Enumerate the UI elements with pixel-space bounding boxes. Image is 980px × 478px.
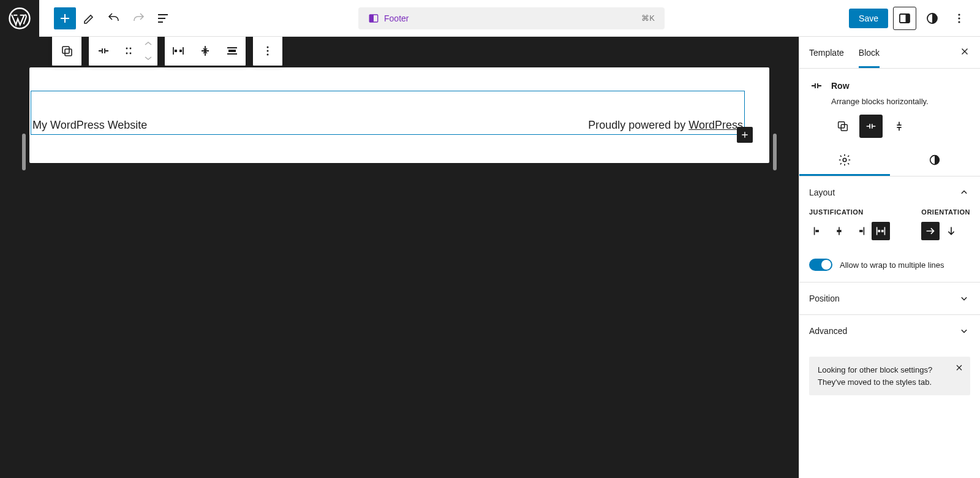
row-block[interactable]: My WordPress Website Proudly powered by … [31,91,745,135]
panel-position-header[interactable]: Position [799,283,980,314]
sidebar-icon [897,11,912,26]
powered-by-text[interactable]: Proudly powered by WordPress [588,119,743,132]
settings-sidebar-toggle[interactable] [893,7,916,30]
panel-advanced-header[interactable]: Advanced [799,315,980,347]
inspector-tab-settings[interactable] [799,145,890,176]
row-icon [809,78,824,93]
styles-button[interactable] [921,7,943,29]
tab-template[interactable]: Template [809,37,844,68]
document-overview-button[interactable] [152,7,174,29]
svg-rect-27 [859,230,863,232]
svg-point-18 [267,47,269,48]
justify-space-between-button[interactable] [872,222,890,240]
close-sidebar-button[interactable] [959,46,970,59]
resize-handle-left[interactable] [22,134,26,170]
svg-rect-17 [228,50,236,52]
settings-sidebar: Template Block Row Arrange blocks horizo… [799,37,980,478]
app-root: Footer ⌘K Save [0,0,980,478]
variation-group-button[interactable] [831,115,854,138]
vertical-align-button[interactable] [192,37,219,66]
row-icon [864,120,878,133]
block-toolbar [51,37,283,66]
variation-row-button[interactable] [859,115,883,138]
move-down-icon[interactable] [141,51,156,66]
footer-template-part[interactable]: My WordPress Website Proudly powered by … [29,67,769,163]
plus-icon [740,130,750,140]
save-button[interactable]: Save [849,9,888,28]
justify-button[interactable] [165,37,192,66]
powered-by-link[interactable]: WordPress [688,119,743,131]
svg-point-11 [126,48,128,50]
chevron-up-icon [958,186,970,199]
editor-canvas[interactable]: My WordPress Website Proudly powered by … [0,37,799,478]
block-card: Row Arrange blocks horizontally. [799,69,980,145]
justify-left-button[interactable] [809,222,827,240]
document-bar[interactable]: Footer ⌘K [358,7,665,29]
powered-by-prefix: Proudly powered by [588,119,688,131]
block-variation-picker [831,115,970,138]
block-type-button[interactable] [89,37,118,66]
list-view-icon [156,11,170,26]
orientation-label: Orientation [921,208,970,216]
site-title-block[interactable]: My WordPress Website [32,119,147,132]
wrap-toggle[interactable] [809,259,832,271]
block-appender-button[interactable] [737,127,753,143]
justify-right-button[interactable] [851,222,869,240]
move-up-icon[interactable] [141,37,156,51]
panel-layout-title: Layout [809,188,835,197]
wrap-toggle-row: Allow to wrap to multiple lines [799,250,980,282]
sidebar-tabs-list: Template Block [809,37,880,68]
panel-layout-header[interactable]: Layout [799,176,980,208]
toolbar-left-group [39,7,174,29]
drag-handle-button[interactable] [118,37,139,66]
toolbar-center: Footer ⌘K [174,7,849,29]
inspector-tab-styles[interactable] [890,145,981,176]
svg-rect-9 [62,47,69,53]
tab-block[interactable]: Block [859,37,880,68]
dismiss-notice-button[interactable] [954,363,964,376]
redo-button[interactable] [127,7,149,29]
arrow-down-icon [944,224,958,238]
svg-rect-15 [175,50,177,52]
block-options-button[interactable] [253,37,282,66]
row-icon [96,44,111,58]
sidebar-tabs: Template Block [799,37,980,69]
align-button[interactable] [219,37,246,66]
justify-center-button[interactable] [830,222,848,240]
undo-icon [107,11,121,26]
svg-rect-10 [65,49,72,56]
toolbar-right-group: Save [849,7,980,30]
justification-label: Justification [809,208,890,216]
toolbar-align-group [164,37,246,66]
panel-layout: Layout Justification [799,176,980,283]
select-parent-button[interactable] [52,37,81,66]
more-vertical-icon [260,44,275,58]
orientation-horizontal-button[interactable] [921,222,940,240]
tools-button[interactable] [78,7,100,29]
resize-handle-right[interactable] [773,134,777,170]
justify-space-between-icon [171,44,186,58]
align-middle-icon [198,44,213,58]
undo-button[interactable] [103,7,125,29]
justify-right-icon [853,224,867,238]
template-part-icon [368,13,379,24]
wp-logo-button[interactable] [0,0,39,37]
styles-moved-notice: Looking for other block settings? They'v… [809,357,970,395]
svg-rect-2 [369,15,374,22]
toolbar-more-group [252,37,283,66]
svg-rect-26 [837,230,841,232]
block-inserter-button[interactable] [54,7,76,29]
wordpress-icon [9,7,31,29]
svg-point-20 [267,54,269,56]
styles-icon [925,11,940,26]
variation-stack-button[interactable] [888,115,911,138]
svg-rect-29 [881,230,884,232]
document-bar-label: Footer [368,13,409,24]
panel-advanced: Advanced [799,315,980,347]
inspector-tabs [799,145,980,176]
svg-rect-28 [878,230,880,232]
orientation-vertical-button[interactable] [942,222,960,240]
arrow-right-icon [924,224,937,238]
options-button[interactable] [948,7,970,29]
orientation-buttons [921,222,970,240]
